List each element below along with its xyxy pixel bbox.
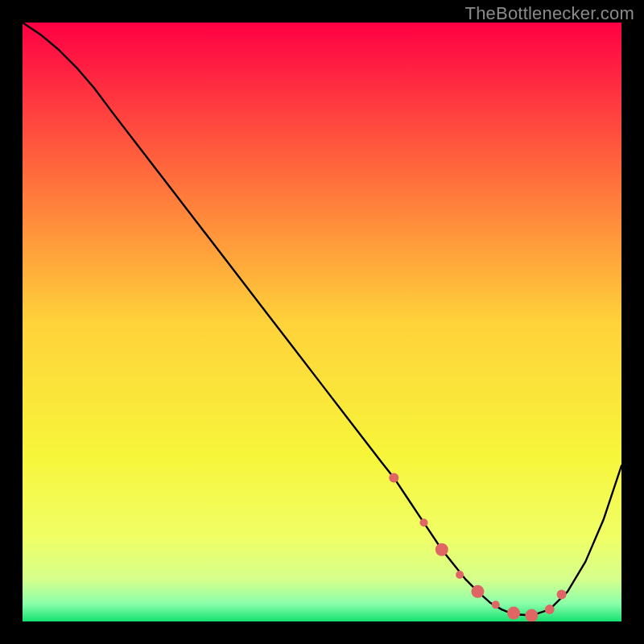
optimal-marker bbox=[492, 601, 500, 609]
optimal-marker bbox=[456, 571, 464, 579]
optimal-marker bbox=[436, 543, 448, 556]
optimal-marker bbox=[507, 607, 520, 620]
watermark-text: TheBottlenecker.com bbox=[465, 3, 634, 24]
optimal-marker bbox=[525, 609, 538, 621]
optimal-marker bbox=[471, 585, 484, 598]
optimal-marker bbox=[545, 605, 555, 614]
optimal-marker bbox=[557, 590, 567, 600]
optimal-marker bbox=[389, 473, 398, 482]
optimal-marker bbox=[419, 518, 427, 526]
chart-svg bbox=[23, 23, 621, 621]
